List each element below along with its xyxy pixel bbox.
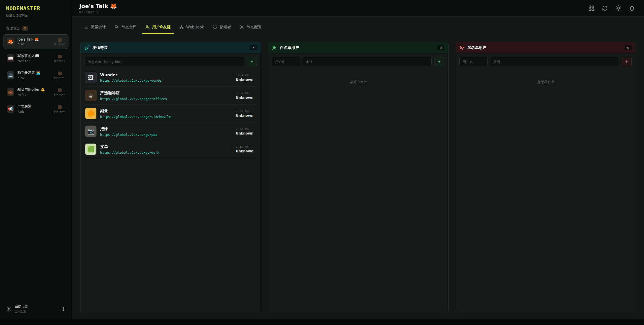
- whitelist-username-input[interactable]: [272, 57, 300, 66]
- apps-grid-button[interactable]: [586, 3, 596, 13]
- creator-block: CREATOR Unknown: [232, 92, 256, 100]
- bar-chart-icon: [84, 25, 89, 29]
- link-text: Wunder https://global.v2ex.co/go/wunder: [100, 73, 163, 82]
- creator-block: CREATOR Unknown: [232, 74, 256, 82]
- tab-node-config[interactable]: 节点配置: [236, 22, 265, 34]
- node-owner: JoeJoeJoe: [54, 38, 65, 45]
- link-text: 副业 https://global.v2ex.co/go/sidehustle: [100, 108, 171, 119]
- node-owner: JoeJoeJoe: [54, 88, 65, 96]
- friend-link-row-coffices[interactable]: ☕ 严选咖啡店 https://global.v2ex.co/go/coffic…: [85, 87, 257, 105]
- creator-value: Unknown: [236, 113, 256, 117]
- sidebar-node-offer[interactable]: 💼 裁员与新offer 💪 /offer JoeJoeJoe: [4, 84, 68, 100]
- dashboard-content: 流量统计 节点金库 用户&友链 WebHook 捐赠者: [72, 17, 644, 319]
- link-url[interactable]: https://global.v2ex.co/go/pua: [100, 133, 157, 137]
- theme-toggle-button[interactable]: [613, 3, 623, 13]
- add-blacklist-row: +: [459, 57, 632, 66]
- blacklist-header: 黑名单用户 0: [455, 42, 636, 53]
- link-avatar-icon: 📷: [87, 128, 95, 135]
- link-url[interactable]: https://global.v2ex.co/go/coffices: [100, 97, 167, 101]
- creator-label: CREATOR: [236, 145, 256, 148]
- tab-users-links[interactable]: 用户&友链: [142, 22, 174, 34]
- user-check-icon: [272, 45, 277, 50]
- node-avatar-icon: 🦊: [8, 39, 13, 44]
- node-owner: JoeJoeJoe: [54, 105, 65, 113]
- user-x-icon: [459, 45, 465, 50]
- link-name: 接单: [100, 144, 159, 149]
- coins-icon: [114, 25, 119, 29]
- sidebar-node-writer[interactable]: 📖 写故事的人📖 /writer JoeJoeJoe: [4, 51, 68, 66]
- node-text: 独立开发者 👨‍💻 /isv: [17, 71, 41, 80]
- blacklist-username-input[interactable]: [459, 57, 488, 66]
- node-avatar-icon: 📢: [8, 106, 13, 111]
- refresh-button[interactable]: [600, 3, 610, 13]
- brand-subtitle: 版主管理控制台: [6, 13, 66, 18]
- sidebar: NODEMASTER 版主管理控制台 管理节点 5 🦊 Joe's Talk 🦊…: [0, 0, 72, 319]
- creator-label: CREATOR: [236, 74, 256, 77]
- node-avatar-icon: 💼: [8, 89, 13, 94]
- link-avatar-icon: ☕: [88, 92, 94, 99]
- tab-traffic-stats[interactable]: 流量统计: [80, 22, 109, 34]
- whitelist-note-input[interactable]: [303, 57, 432, 66]
- link-name-input[interactable]: [85, 57, 244, 66]
- whitelist-header: 白名单用户 0: [268, 42, 448, 53]
- managed-nodes-section-header: 管理节点 5: [0, 19, 72, 34]
- blacklist-reason-input[interactable]: [490, 57, 619, 66]
- tab-node-treasury[interactable]: 节点金库: [111, 22, 140, 34]
- friend-link-row-work[interactable]: 🟩 接单 https://global.v2ex.co/go/work CREA…: [85, 140, 257, 158]
- sidebar-node-ads[interactable]: 📢 广告联盟 /ads JoeJoeJoe: [4, 101, 68, 116]
- sidebar-node-isv[interactable]: 💻 独立开发者 👨‍💻 /isv JoeJoeJoe: [4, 68, 68, 83]
- owner-name: JoeJoeJoe: [54, 43, 65, 45]
- owner-avatar: [58, 38, 62, 42]
- node-avatar: 📢: [7, 105, 14, 113]
- tab-label: 节点配置: [247, 25, 262, 29]
- creator-label: CREATOR: [236, 127, 256, 130]
- add-link-row: +: [85, 57, 257, 66]
- global-config-gear-icon[interactable]: [61, 307, 66, 311]
- link-avatar-icon: 🖼: [88, 74, 94, 81]
- settings-gear-icon[interactable]: [6, 306, 11, 312]
- settings-subtitle: 全局配置: [15, 310, 28, 313]
- node-name: 写故事的人📖: [17, 54, 39, 58]
- link-url[interactable]: https://global.v2ex.co/go/work: [100, 151, 159, 154]
- node-path: /joe: [17, 42, 39, 46]
- whitelist-empty-state: 暂无白名单: [272, 69, 444, 84]
- link-name: 副业: [100, 108, 171, 114]
- tab-donors[interactable]: 捐赠者: [209, 22, 234, 34]
- blacklist-panel: 黑名单用户 0 + 暂无黑名单: [455, 42, 636, 314]
- owner-name: JoeJoeJoe: [54, 93, 65, 96]
- top-header: Joe's Talk 🦊 DASHBOARD: [72, 0, 644, 17]
- add-whitelist-button[interactable]: +: [434, 57, 444, 66]
- settings-text: 系统设置 全局配置: [15, 304, 28, 313]
- node-text: 广告联盟 /ads: [17, 104, 31, 113]
- node-path: /offer: [17, 93, 45, 96]
- owner-name: JoeJoeJoe: [54, 110, 65, 113]
- header-title-block: Joe's Talk 🦊 DASHBOARD: [79, 3, 117, 13]
- link-url[interactable]: https://global.v2ex.co/go/sidehustle: [100, 115, 171, 119]
- tab-label: 流量统计: [91, 25, 106, 29]
- managed-nodes-count-badge: 5: [22, 26, 28, 31]
- add-blacklist-button[interactable]: +: [622, 57, 632, 66]
- notifications-button[interactable]: [627, 3, 637, 13]
- friend-link-row-sidehustle[interactable]: 🟠 副业 https://global.v2ex.co/go/sidehustl…: [85, 105, 257, 122]
- owner-avatar: [58, 105, 62, 109]
- tab-label: WebHook: [186, 25, 204, 29]
- tab-webhook[interactable]: WebHook: [176, 22, 208, 34]
- link-name: 严选咖啡店: [100, 90, 167, 96]
- sidebar-node-joe[interactable]: 🦊 Joe's Talk 🦊 /joe JoeJoeJoe: [4, 34, 68, 49]
- tab-bar: 流量统计 节点金库 用户&友链 WebHook 捐赠者: [80, 22, 636, 34]
- system-settings[interactable]: 系统设置 全局配置: [0, 299, 72, 319]
- add-link-button[interactable]: +: [247, 57, 257, 66]
- node-avatar-icon: 📖: [8, 56, 13, 61]
- friend-link-row-wunder[interactable]: 🖼 Wunder https://global.v2ex.co/go/wunde…: [85, 69, 257, 87]
- owner-name: JoeJoeJoe: [54, 59, 65, 62]
- owner-name: JoeJoeJoe: [54, 76, 65, 79]
- users-icon: [145, 25, 150, 29]
- creator-block: CREATOR Unknown: [232, 110, 256, 117]
- friend-link-row-pua[interactable]: 📷 把妹 https://global.v2ex.co/go/pua CREAT…: [85, 122, 257, 140]
- heart-icon: [213, 25, 217, 29]
- gear-icon: [239, 25, 244, 29]
- link-name: Wunder: [100, 73, 163, 77]
- link-url[interactable]: https://global.v2ex.co/go/wunder: [100, 79, 163, 82]
- node-avatar: 💼: [7, 88, 14, 96]
- creator-value: Unknown: [236, 95, 256, 100]
